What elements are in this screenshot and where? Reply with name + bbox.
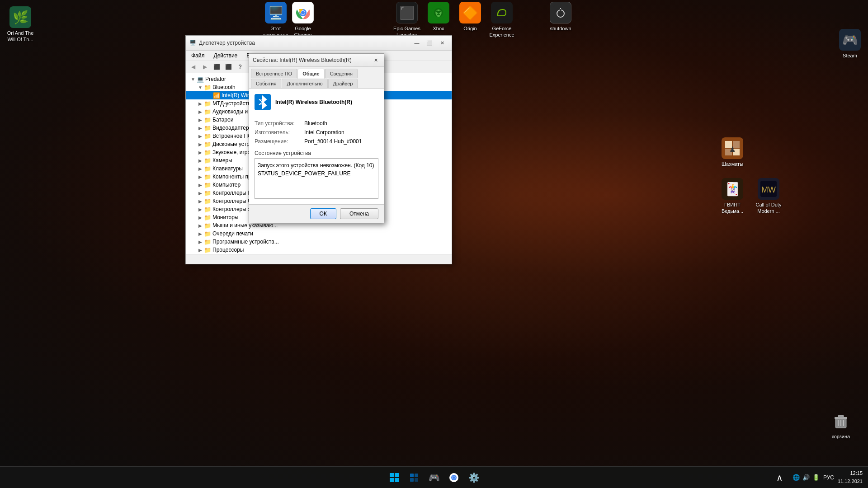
steam-icon: 🎮 bbox=[839, 29, 861, 51]
properties-dialog: Свойства: Intel(R) Wireless Bluetooth(R)… bbox=[249, 53, 384, 223]
widgets-button[interactable] bbox=[405, 469, 423, 487]
taskbar-chrome-button[interactable] bbox=[445, 469, 463, 487]
menu-file[interactable]: Файл bbox=[188, 52, 208, 60]
expand-monitors[interactable]: ▶ bbox=[197, 214, 204, 221]
expand-software[interactable]: ▶ bbox=[197, 238, 204, 245]
expand-batteries[interactable]: ▶ bbox=[197, 116, 204, 123]
svg-point-3 bbox=[301, 11, 305, 14]
minimize-button[interactable]: — bbox=[411, 38, 423, 47]
properties-content: Intel(R) Wireless Bluetooth(R) Тип устро… bbox=[249, 89, 384, 204]
expand-ide[interactable]: ▶ bbox=[197, 189, 204, 197]
tray-battery-icon[interactable]: 🔋 bbox=[812, 474, 820, 481]
properties-tabs: Встроенное ПО Общие Сведения События Доп… bbox=[249, 67, 384, 89]
restore-button[interactable]: ⬜ bbox=[424, 38, 435, 47]
desktop-icon-steam[interactable]: 🎮 Steam bbox=[832, 27, 868, 61]
toolbar-forward[interactable]: ▶ bbox=[199, 62, 210, 72]
video-icon: 📁 bbox=[204, 124, 211, 131]
start-button[interactable] bbox=[385, 469, 403, 487]
ide-icon: 📁 bbox=[204, 189, 211, 197]
task-view-button[interactable]: 🎮 bbox=[425, 469, 443, 487]
device-header: Intel(R) Wireless Bluetooth(R) bbox=[255, 94, 378, 114]
desktop-icon-geforce[interactable]: GeForceExperience bbox=[484, 0, 520, 40]
system-clock[interactable]: 12:15 11.12.2021 bbox=[838, 469, 863, 485]
svg-rect-31 bbox=[410, 478, 414, 482]
expand-comp[interactable]: ▶ bbox=[197, 181, 204, 188]
desktop-icon-origin[interactable]: 🔶 Origin bbox=[452, 0, 488, 33]
steam-label: Steam bbox=[843, 52, 857, 59]
expand-disks[interactable]: ▶ bbox=[197, 141, 204, 148]
desktop-icon-chrome[interactable]: GoogleChrome bbox=[285, 0, 321, 40]
tree-item-software[interactable]: ▶ 📁 Программные устройств... bbox=[186, 238, 452, 246]
expand-mice[interactable]: ▶ bbox=[197, 222, 204, 229]
mtd-icon: 📁 bbox=[204, 100, 211, 107]
expand-processors[interactable]: ▶ bbox=[197, 246, 204, 253]
tab-events[interactable]: События bbox=[251, 79, 281, 88]
expand-predator[interactable]: ▼ bbox=[189, 75, 197, 83]
taskbar-right: ∧ 🌐 🔊 🔋 РУС 12:15 11.12.2021 bbox=[771, 469, 868, 487]
clock-time: 12:15 bbox=[838, 469, 863, 478]
expand-firmware[interactable]: ▶ bbox=[197, 132, 204, 140]
chess-label: Шахматы bbox=[722, 161, 743, 167]
toolbar-help[interactable]: ? bbox=[235, 62, 245, 72]
window-controls: — ⬜ ✕ bbox=[411, 38, 448, 47]
tab-additional[interactable]: Дополнительно bbox=[282, 79, 327, 88]
tray-volume-icon[interactable]: 🔊 bbox=[802, 474, 810, 481]
toolbar-btn1[interactable]: ⬛ bbox=[211, 62, 222, 72]
desktop-icon-chess[interactable]: ♟ Шахматы bbox=[714, 136, 750, 169]
properties-titlebar: Свойства: Intel(R) Wireless Bluetooth(R)… bbox=[249, 54, 384, 67]
expand-audio[interactable]: ▶ bbox=[197, 108, 204, 115]
prop-row-location: Размещение: Port_#0014 Hub_#0001 bbox=[255, 138, 378, 145]
svg-rect-26 bbox=[395, 473, 399, 477]
language-indicator[interactable]: РУС bbox=[823, 474, 834, 481]
desktop-icon-gwent[interactable]: 🃏 ГВИНТВедьма... bbox=[714, 176, 750, 216]
expand-storage[interactable]: ▶ bbox=[197, 206, 204, 213]
expand-mtd[interactable]: ▶ bbox=[197, 100, 204, 107]
device-manager-status bbox=[186, 254, 452, 264]
taskbar-settings-button[interactable]: ⚙️ bbox=[465, 469, 483, 487]
geforce-icon bbox=[491, 2, 513, 23]
prop-row-manufacturer: Изготовитель: Intel Corporation bbox=[255, 129, 378, 136]
gwent-icon: 🃏 bbox=[722, 178, 743, 200]
batteries-icon: 📁 bbox=[204, 116, 211, 123]
desktop-icon-epic[interactable]: ⬛ Epic GamesLauncher bbox=[389, 0, 425, 40]
desktop-icon-cod[interactable]: MW Call of DutyModern ... bbox=[750, 176, 787, 216]
tab-firmware[interactable]: Встроенное ПО bbox=[251, 69, 297, 78]
expand-bluetooth[interactable]: ▼ bbox=[197, 84, 204, 91]
tab-info[interactable]: Сведения bbox=[325, 69, 358, 78]
expand-video[interactable]: ▶ bbox=[197, 124, 204, 131]
desktop-icon-xbox[interactable]: Xbox bbox=[420, 0, 457, 33]
ori-label: Ori And The Will Of Th... bbox=[4, 30, 37, 43]
ok-button[interactable]: ОК bbox=[310, 208, 336, 219]
desktop-icon-shutdown[interactable]: shutdown bbox=[542, 0, 579, 33]
status-line1: Запуск этого устройства невозможен. (Код… bbox=[258, 161, 375, 169]
tab-general[interactable]: Общие bbox=[297, 69, 325, 79]
cod-label: Call of DutyModern ... bbox=[756, 202, 782, 215]
tray-network-icon[interactable]: 🌐 bbox=[793, 474, 800, 481]
menu-action[interactable]: Действие bbox=[210, 52, 241, 60]
expand-print[interactable]: ▶ bbox=[197, 230, 204, 237]
predator-label: Predator bbox=[205, 76, 226, 82]
system-tray: 🌐 🔊 🔋 bbox=[793, 474, 820, 481]
expand-components[interactable]: ▶ bbox=[197, 173, 204, 180]
intel-bt-icon: 📶 bbox=[213, 92, 220, 99]
expand-sound[interactable]: ▶ bbox=[197, 149, 204, 156]
device-manager-titlebar: 🖥️ Диспетчер устройства — ⬜ ✕ bbox=[186, 36, 452, 51]
desktop-icon-recycle[interactable]: корзина bbox=[823, 408, 859, 441]
tree-item-print[interactable]: ▶ 📁 Очереди печати bbox=[186, 230, 452, 238]
tab-driver[interactable]: Драйвер bbox=[328, 79, 358, 88]
tree-item-processors[interactable]: ▶ 📁 Процессоры bbox=[186, 246, 452, 254]
cancel-button[interactable]: Отмена bbox=[340, 208, 378, 219]
expand-keyboards[interactable]: ▶ bbox=[197, 165, 204, 172]
expand-usb[interactable]: ▶ bbox=[197, 197, 204, 205]
software-label: Программные устройств... bbox=[212, 239, 279, 245]
svg-rect-32 bbox=[415, 478, 418, 482]
toolbar-btn2[interactable]: ⬛ bbox=[223, 62, 234, 72]
monitors-label: Мониторы bbox=[212, 214, 238, 221]
toolbar-back[interactable]: ◀ bbox=[188, 62, 198, 72]
properties-close-button[interactable]: ✕ bbox=[371, 56, 380, 64]
sound-icon: 📁 bbox=[204, 149, 211, 156]
desktop-icon-ori[interactable]: 🌿 Ori And The Will Of Th... bbox=[2, 5, 38, 45]
tray-expand-button[interactable]: ∧ bbox=[771, 469, 789, 487]
close-button[interactable]: ✕ bbox=[436, 38, 448, 47]
expand-cameras[interactable]: ▶ bbox=[197, 157, 204, 164]
